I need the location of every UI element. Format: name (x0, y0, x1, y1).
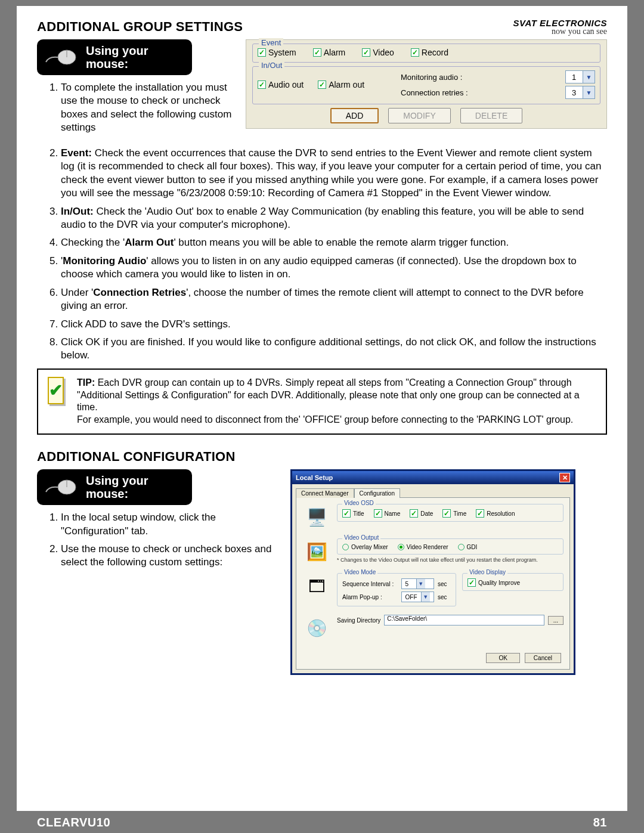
tab-configuration[interactable]: Configuration (354, 488, 400, 498)
document-page: SVAT ELECTRONICS now you can see ADDITIO… (17, 6, 627, 811)
tip-line-2: For example, you would need to disconnec… (77, 414, 573, 425)
checkbox-date[interactable]: ✓Date (410, 509, 433, 518)
step-1: To complete the installation you must us… (61, 81, 234, 135)
window-titlebar: Local Setup ✕ (292, 471, 574, 484)
step-4: Checking the 'Alarm Out' button means yo… (61, 236, 607, 249)
page-footer: CLEARVU10 81 (17, 811, 627, 833)
saving-directory-label: Saving Directory (337, 617, 380, 624)
mouse-badge: Using your mouse: (37, 469, 192, 505)
radio-overlay-mixer[interactable]: Overlay Mixer (342, 544, 388, 550)
alarm-popup-select[interactable]: OFF▼ (401, 592, 434, 602)
event-fieldset: Event ✓System ✓Alarm ✓Video ✓Record (252, 44, 600, 63)
video-output-note: * Changes to the Video Output will not t… (337, 557, 564, 563)
chevron-down-icon: ▼ (421, 592, 430, 602)
video-osd-fieldset: Video OSD ✓Title ✓Name ✓Date ✓Time ✓Reso… (337, 504, 564, 522)
delete-button[interactable]: DELETE (460, 108, 522, 123)
video-display-fieldset: Video Display ✓Quality Improve (462, 573, 564, 591)
page-number: 81 (593, 816, 607, 829)
checkbox-audio-out[interactable]: ✓Audio out (258, 70, 304, 99)
step-2: Event: Check the event occurrences that … (61, 147, 607, 200)
ok-button[interactable]: OK (486, 653, 519, 663)
mouse-badge: Using your mouse: (37, 39, 192, 75)
modify-button[interactable]: MODIFY (388, 108, 450, 123)
checkbox-name[interactable]: ✓Name (374, 509, 401, 518)
monitoring-audio-select[interactable]: 1▼ (565, 70, 595, 83)
checkbox-alarm[interactable]: ✓Alarm (313, 48, 346, 57)
tip-box: ✔ TIP: Each DVR group can contain up to … (37, 368, 607, 435)
cancel-button[interactable]: Cancel (525, 653, 561, 663)
checkbox-record[interactable]: ✓Record (411, 48, 448, 57)
screens-icon: 🗔 (302, 573, 331, 599)
checkmark-icon: ✔ (48, 377, 64, 404)
add-button[interactable]: ADD (330, 108, 379, 123)
section-title-configuration: ADDITIONAL CONFIGURATION (37, 449, 607, 465)
config-step-1: In the local setup window, click the "Co… (61, 511, 278, 538)
tab-connect-manager[interactable]: Connect Manager (296, 488, 354, 498)
close-icon[interactable]: ✕ (559, 473, 570, 482)
sequence-interval-select[interactable]: 5▼ (401, 578, 434, 589)
mouse-label: Using your mouse: (86, 474, 186, 500)
brand-header: SVAT ELECTRONICS now you can see (513, 18, 607, 36)
video-output-fieldset: Video Output Overlay Mixer Video Rendere… (337, 538, 564, 555)
sequence-interval-label: Sequence Interval : (342, 581, 398, 587)
checkbox-resolution[interactable]: ✓Resolution (476, 509, 515, 518)
mouse-label: Using your mouse: (86, 44, 186, 70)
inout-legend: In/Out (259, 61, 284, 70)
step-5: 'Monitoring Audio' allows you to listen … (61, 255, 607, 281)
mouse-icon (43, 45, 79, 69)
display-icon: 🖼️ (302, 538, 331, 565)
monitor-icon: 🖥️ (302, 504, 331, 530)
chevron-down-icon: ▼ (416, 579, 425, 589)
video-output-legend: Video Output (342, 534, 380, 541)
connection-retries-select[interactable]: 3▼ (565, 86, 595, 99)
step-7: Click ADD to save the DVR's settings. (61, 318, 607, 331)
chevron-down-icon: ▼ (583, 71, 595, 83)
saving-directory-input[interactable]: C:\SaveFolder\ (384, 615, 544, 625)
step-8: Click OK if you are finished. If you wou… (61, 336, 607, 363)
radio-video-renderer[interactable]: Video Renderer (398, 544, 448, 550)
tip-label: TIP: (77, 377, 95, 388)
disc-icon: 💿 (302, 615, 331, 641)
product-name: CLEARVU10 (37, 816, 110, 829)
chevron-down-icon: ▼ (583, 86, 595, 98)
connection-retries-label: Connection retries : (401, 88, 562, 97)
video-display-legend: Video Display (467, 569, 507, 575)
event-legend: Event (259, 38, 283, 47)
browse-button[interactable]: ... (548, 616, 564, 625)
video-mode-fieldset: Video Mode Sequence Interval : 5▼ sec Al… (337, 573, 456, 606)
brand-tagline: now you can see (513, 27, 607, 36)
inout-fieldset: In/Out ✓Audio out ✓Alarm out Monitoring … (252, 66, 600, 104)
checkbox-quality-improve[interactable]: ✓Quality Improve (467, 578, 520, 587)
local-setup-window: Local Setup ✕ Connect Manager Configurat… (290, 469, 575, 675)
mouse-icon (43, 475, 79, 499)
step-3: In/Out: Check the 'Audio Out' box to ena… (61, 205, 607, 232)
radio-gdi[interactable]: GDI (458, 544, 478, 550)
checkbox-alarm-out[interactable]: ✓Alarm out (318, 70, 364, 99)
video-mode-legend: Video Mode (342, 569, 377, 575)
config-step-2: Use the mouse to check or uncheck boxes … (61, 543, 278, 569)
alarm-popup-label: Alarm Pop-up : (342, 594, 398, 600)
video-osd-legend: Video OSD (342, 500, 376, 506)
tip-line-1: Each DVR group can contain up to 4 DVRs.… (77, 377, 580, 413)
monitoring-audio-label: Monitoring audio : (401, 73, 562, 82)
checkbox-title[interactable]: ✓Title (342, 509, 364, 518)
checkbox-system[interactable]: ✓System (258, 48, 296, 57)
window-title: Local Setup (296, 474, 333, 481)
group-settings-panel: Event ✓System ✓Alarm ✓Video ✓Record In/O… (246, 39, 607, 129)
step-6: Under 'Connection Retries', choose the n… (61, 286, 607, 313)
checkbox-video[interactable]: ✓Video (362, 48, 394, 57)
checkbox-time[interactable]: ✓Time (442, 509, 466, 518)
